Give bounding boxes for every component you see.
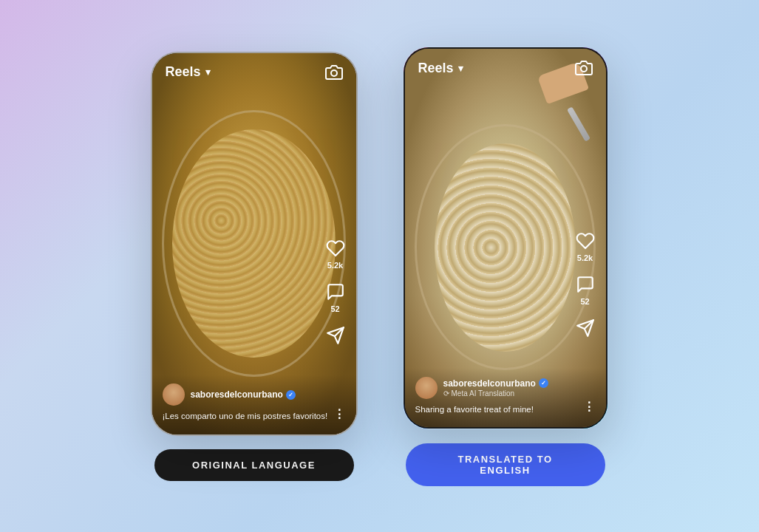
left-caption: ¡Les comparto uno de mis postres favorit… xyxy=(163,410,346,422)
right-like-count: 5.2k xyxy=(577,253,593,262)
right-more-icon[interactable]: ⋮ xyxy=(583,400,596,414)
right-share-icon xyxy=(575,318,596,338)
spoon-element xyxy=(567,106,590,141)
left-comment-count: 52 xyxy=(330,304,339,313)
left-phone-wrapper: Reels ▾ 5.2 xyxy=(151,52,358,481)
left-share-action[interactable] xyxy=(325,325,346,346)
right-phone-inner: Reels ▾ xyxy=(405,49,606,427)
right-avatar xyxy=(415,377,438,399)
left-username[interactable]: saboresdelconurbano ✓ xyxy=(191,389,346,400)
right-user-row: saboresdelconurbano ✓ ⟳ Meta AI Translat… xyxy=(415,377,596,399)
left-share-icon xyxy=(325,325,346,346)
left-verified-icon: ✓ xyxy=(286,390,296,400)
left-heart-icon xyxy=(325,238,346,259)
svg-point-3 xyxy=(581,66,587,72)
left-comment-action[interactable]: 52 xyxy=(325,282,346,313)
right-phone: Reels ▾ xyxy=(402,46,609,430)
right-caption: Sharing a favorite treat of mine! xyxy=(415,403,596,415)
right-chevron-icon: ▾ xyxy=(458,63,463,74)
left-like-action[interactable]: 5.2k xyxy=(325,238,346,270)
right-camera-icon[interactable] xyxy=(575,59,593,77)
right-phone-wrapper: Reels ▾ xyxy=(402,46,609,486)
left-more-icon[interactable]: ⋮ xyxy=(333,407,346,421)
right-actions: 5.2k 52 xyxy=(575,231,596,338)
right-reels-title: Reels ▾ xyxy=(418,61,463,76)
right-share-action[interactable] xyxy=(575,318,596,338)
right-comment-count: 52 xyxy=(580,297,589,306)
left-bottom: saboresdelconurbano ✓ ¡Les comparto uno … xyxy=(152,375,356,434)
mashed-texture xyxy=(435,143,575,352)
right-heart-icon xyxy=(575,231,596,251)
left-username-area: saboresdelconurbano ✓ xyxy=(191,389,346,400)
main-container: Reels ▾ 5.2 xyxy=(151,46,609,486)
meta-ai-icon: ⟳ xyxy=(443,389,449,398)
original-language-button[interactable]: ORIGINAL LANGUAGE xyxy=(154,449,354,481)
right-translation-label: ⟳ Meta AI Translation xyxy=(443,389,596,398)
right-reels-label: Reels xyxy=(418,61,454,76)
right-bottom: saboresdelconurbano ✓ ⟳ Meta AI Translat… xyxy=(405,368,606,427)
left-chevron-icon: ▾ xyxy=(205,66,211,78)
left-reels-label: Reels xyxy=(166,64,201,80)
left-actions: 5.2k 52 xyxy=(325,238,346,346)
oats-texture xyxy=(172,129,336,358)
translated-to-english-button[interactable]: TRANSLATED TO ENGLISH xyxy=(406,443,605,486)
right-header: Reels ▾ xyxy=(405,49,606,83)
left-header: Reels ▾ xyxy=(152,53,356,87)
right-comment-action[interactable]: 52 xyxy=(575,274,596,306)
left-user-row: saboresdelconurbano ✓ xyxy=(163,383,346,406)
right-comment-icon xyxy=(575,274,596,295)
right-username[interactable]: saboresdelconurbano ✓ xyxy=(443,378,596,389)
left-avatar xyxy=(163,383,185,406)
left-avatar-face xyxy=(163,383,185,406)
right-verified-icon: ✓ xyxy=(539,378,548,388)
svg-point-0 xyxy=(331,70,337,76)
left-comment-icon xyxy=(325,282,346,302)
left-phone: Reels ▾ 5.2 xyxy=(151,52,358,436)
left-camera-icon[interactable] xyxy=(325,64,343,81)
right-username-area: saboresdelconurbano ✓ ⟳ Meta AI Translat… xyxy=(443,378,596,398)
right-avatar-face xyxy=(415,377,438,399)
right-like-action[interactable]: 5.2k xyxy=(575,231,596,262)
left-reels-title: Reels ▾ xyxy=(166,64,211,80)
left-like-count: 5.2k xyxy=(327,261,343,270)
